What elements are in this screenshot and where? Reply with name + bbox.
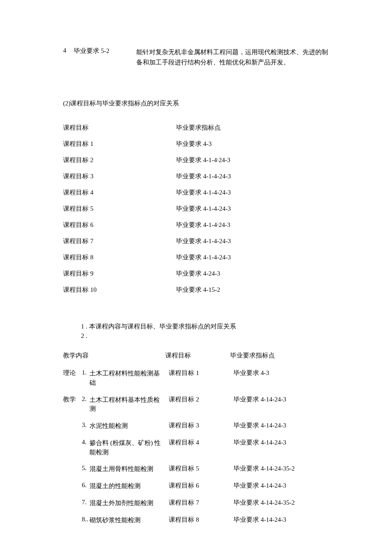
grad-requirement-label: 毕业要求 4-1-4-24-3 xyxy=(176,233,332,249)
course-goal-label: 课程目标 6 xyxy=(63,217,176,233)
mapping-row: 课程目标 10 毕业要求 4-15-2 xyxy=(63,282,332,298)
requirement-description: 能针对复杂无机非金属材料工程问题，运用现代检测技术、先进的制备和加工手段进行结构… xyxy=(136,47,332,67)
mapping-row: 课程目标 5 毕业要求 4-1-4-24-3 xyxy=(63,200,332,217)
course-goal-label: 课程目标 4 xyxy=(63,184,176,200)
grad-requirement-label: 毕业要求 4-3 xyxy=(176,136,332,152)
grad-requirement-label: 毕业要求 4-15-2 xyxy=(176,282,332,298)
content-item-number: 4. xyxy=(82,439,89,446)
grad-requirement-label: 毕业要求 4-24-3 xyxy=(176,265,332,282)
course-goal-label: 课程目标 3 xyxy=(63,168,176,184)
content-item-name: 土木工程材料性能检测基础 xyxy=(89,369,169,388)
content-header-teach: 教学内容 xyxy=(63,352,165,360)
content-item-goal: 课程目标 6 xyxy=(169,482,233,490)
content-item-req: 毕业要求 4-14-24-35-2 xyxy=(233,465,332,473)
mapping-row: 课程目标 2 毕业要求 4-1-4·24-3 xyxy=(63,152,332,168)
content-item-name: 土木工程材料基本性质检测 xyxy=(89,395,169,414)
content-item-number: 7. xyxy=(82,499,89,506)
grad-requirement-label: 毕业要求 4-1-4·24-3 xyxy=(176,152,332,168)
content-row: 7. 混凝土外加剂性能检测 课程目标 7 毕业要求 4-14-24-35-2 xyxy=(63,499,332,508)
content-item-req: 毕业要求 4-14-24-3 xyxy=(233,516,332,524)
document-page: 4 毕业要求 5-2 能针对复杂无机非金属材料工程问题，运用现代检测技术、先进的… xyxy=(0,0,392,555)
content-item-number: 1. xyxy=(82,369,89,376)
mapping-row: 课程目标 9 毕业要求 4-24-3 xyxy=(63,265,332,282)
content-item-number: 5. xyxy=(82,465,89,472)
grad-requirement-label: 毕业要求 4-1-4-24-3 xyxy=(176,249,332,265)
content-header-row: 教学内容 课程目标 毕业要求指标点 xyxy=(63,352,332,360)
mapping-table: 课程目标 毕业要求指标点 课程目标 1 毕业要求 4-3 课程目标 2 毕业要求… xyxy=(63,119,332,298)
mapping-header-row: 课程目标 毕业要求指标点 xyxy=(63,119,332,136)
content-row: 4. 掺合料 (粉煤灰、矿粉) 性能检测 课程目标 4 毕业要求 4-14-24… xyxy=(63,439,332,457)
mapping-row: 课程目标 8 毕业要求 4-1-4-24-3 xyxy=(63,249,332,265)
mapping-header-left: 课程目标 xyxy=(63,119,176,136)
content-item-goal: 课程目标 5 xyxy=(169,465,233,473)
content-table: 教学内容 课程目标 毕业要求指标点 理论 1. 土木工程材料性能检测基础 课程目… xyxy=(63,352,332,525)
content-item-req: 毕业要求 4-14-24-3 xyxy=(233,482,332,490)
content-item-name: 混凝土用骨料性能检测 xyxy=(89,465,169,474)
mapping-row: 课程目标 7 毕业要求 4-1-4-24-3 xyxy=(63,233,332,249)
course-goal-label: 课程目标 2 xyxy=(63,152,176,168)
content-row: 5. 混凝土用骨料性能检测 课程目标 5 毕业要求 4-14-24-35-2 xyxy=(63,465,332,474)
content-item-req: 毕业要求 4-14-24-35-2 xyxy=(233,499,332,507)
content-item-goal: 课程目标 8 xyxy=(169,516,233,524)
content-row: 教学 2. 土木工程材料基本性质检测 课程目标 2 毕业要求 4-14-24-3 xyxy=(63,395,332,414)
content-item-name: 砌筑砂浆性能检测 xyxy=(89,516,169,525)
content-item-goal: 课程目标 7 xyxy=(169,499,233,507)
content-item-name: 水泥性能检测 xyxy=(89,421,169,431)
mapping-row: 课程目标 1 毕业要求 4-3 xyxy=(63,136,332,152)
course-goal-label: 课程目标 1 xyxy=(63,136,176,152)
content-item-req: 毕业要求 4-3 xyxy=(233,369,332,377)
content-item-goal: 课程目标 2 xyxy=(169,395,233,404)
course-goal-label: 课程目标 8 xyxy=(63,249,176,265)
content-item-name: 混凝土的性能检测 xyxy=(89,482,169,491)
requirement-row-4: 4 毕业要求 5-2 能针对复杂无机非金属材料工程问题，运用现代检测技术、先进的… xyxy=(63,47,332,67)
grad-requirement-label: 毕业要求 4-1-4-24-3 xyxy=(176,168,332,184)
content-item-number: 6. xyxy=(82,482,89,489)
content-row: 3. 水泥性能检测 课程目标 3 毕业要求 4-14-24-3 xyxy=(63,421,332,431)
course-goal-label: 课程目标 7 xyxy=(63,233,176,249)
requirement-number: 4 xyxy=(63,47,74,54)
content-item-goal: 课程目标 3 xyxy=(169,421,233,430)
grad-requirement-label: 毕业要求 4-1-4·24-3 xyxy=(176,217,332,233)
content-mapping-title-1: 1 . 本课程内容与课程目标、毕业要求指标点的对应关系 xyxy=(81,322,332,331)
requirement-id: 毕业要求 5-2 xyxy=(74,47,136,55)
content-category: 教学 xyxy=(63,395,82,404)
mapping-header-right: 毕业要求指标点 xyxy=(176,119,332,136)
content-item-number: 2. xyxy=(82,395,89,403)
content-item-name: 混凝土外加剂性能检测 xyxy=(89,499,169,508)
content-row: 8.. 砌筑砂浆性能检测 课程目标 8 毕业要求 4-14-24-3 xyxy=(63,516,332,525)
mapping-row: 课程目标 3 毕业要求 4-1-4-24-3 xyxy=(63,168,332,184)
content-row: 6. 混凝土的性能检测 课程目标 6 毕业要求 4-14-24-3 xyxy=(63,482,332,491)
content-item-req: 毕业要求 4-14-24-3 xyxy=(233,395,332,404)
content-item-goal: 课程目标 4 xyxy=(169,439,233,447)
content-category: 理论 xyxy=(63,369,82,377)
course-goal-label: 课程目标 10 xyxy=(63,282,176,298)
content-item-req: 毕业要求 4-14-24-3 xyxy=(233,439,332,447)
mapping-row: 课程目标 4 毕业要求 4-1-4-24-3 xyxy=(63,184,332,200)
content-header-req: 毕业要求指标点 xyxy=(230,352,332,360)
content-header-goal: 课程目标 xyxy=(165,352,230,360)
mapping-row: 课程目标 6 毕业要求 4-1-4·24-3 xyxy=(63,217,332,233)
content-mapping-title-2: 2 . xyxy=(81,331,332,340)
course-goal-label: 课程目标 9 xyxy=(63,265,176,282)
content-item-name: 掺合料 (粉煤灰、矿粉) 性能检测 xyxy=(89,439,169,457)
grad-requirement-label: 毕业要求 4-1-4-24-3 xyxy=(176,200,332,217)
content-item-goal: 课程目标 1 xyxy=(169,369,233,377)
content-item-req: 毕业要求 4-14-24-3 xyxy=(233,421,332,430)
content-item-number: 3. xyxy=(82,421,89,429)
content-row: 理论 1. 土木工程材料性能检测基础 课程目标 1 毕业要求 4-3 xyxy=(63,369,332,388)
section-2-title: (2)课程目标与毕业要求指标点的对应关系 xyxy=(63,99,332,108)
content-item-number: 8.. xyxy=(82,516,89,523)
grad-requirement-label: 毕业要求 4-1-4-24-3 xyxy=(176,184,332,200)
course-goal-label: 课程目标 5 xyxy=(63,200,176,217)
